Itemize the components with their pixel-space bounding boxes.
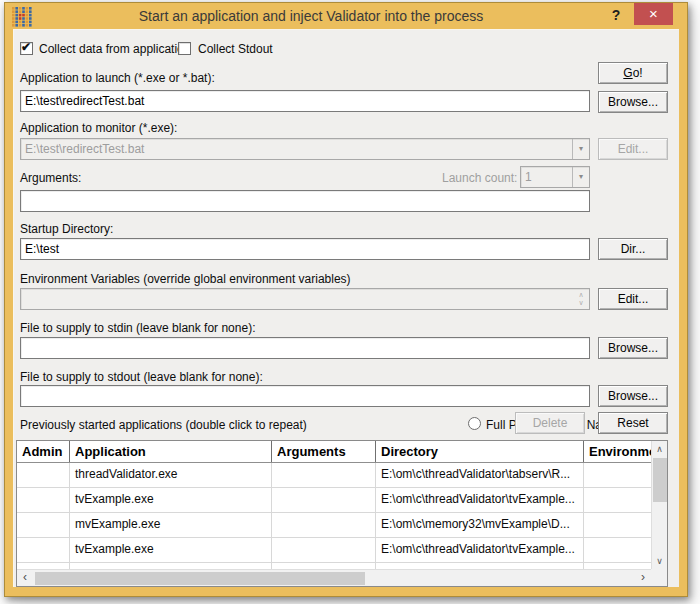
launch-label: Application to launch (*.exe or *.bat): [20, 71, 215, 85]
arguments-label: Arguments: [20, 171, 81, 185]
collect-stdout-label: Collect Stdout [198, 42, 273, 56]
cell-arguments [272, 488, 376, 512]
cell-directory: E:\om\c\memory32\mvExample\D... [376, 513, 584, 537]
browse-stdout-button[interactable]: Browse... [598, 385, 668, 407]
vertical-scrollbar[interactable]: ∧ ∨ [651, 441, 667, 569]
column-header-environment[interactable]: Environment [584, 441, 651, 462]
collect-data-label: Collect data from application [39, 42, 190, 56]
cell-application: tvExample.exe [70, 538, 272, 562]
history-label: Previously started applications (double … [20, 418, 307, 432]
cell-admin [17, 463, 70, 487]
cell-directory: E:\om\c\threadValidator\tabserv\R... [376, 463, 584, 487]
title-bar: Start an application and inject Validato… [5, 3, 687, 29]
collect-data-checkbox[interactable]: ✔ [20, 42, 33, 55]
monitor-label: Application to monitor (*.exe): [20, 121, 177, 135]
stdin-input[interactable] [20, 337, 590, 359]
launch-count-combobox[interactable]: 1 ▾ [520, 166, 590, 188]
scroll-right-icon[interactable]: › [635, 570, 651, 586]
dropdown-arrow-icon[interactable]: ▾ [572, 139, 589, 159]
stdin-label: File to supply to stdin (leave blank for… [20, 321, 255, 335]
close-button[interactable]: × [634, 3, 673, 25]
checkmark-icon: ✔ [21, 40, 31, 54]
table-row[interactable]: mvExample.exe E:\om\c\memory32\mvExample… [17, 513, 651, 538]
cell-environment [584, 488, 651, 512]
collect-stdout-checkbox[interactable]: ✔ [178, 42, 191, 55]
help-button[interactable]: ? [607, 7, 625, 25]
cell-application: mvExample.exe [70, 513, 272, 537]
env-vars-label: Environment Variables (override global e… [20, 272, 351, 286]
column-header-application[interactable]: Application [70, 441, 272, 462]
startup-dir-input[interactable]: E:\test [20, 238, 590, 260]
go-button[interactable]: Go! [598, 62, 668, 84]
stdout-label: File to supply to stdout (leave blank fo… [20, 370, 263, 384]
delete-button[interactable]: Delete [515, 412, 585, 434]
column-header-admin[interactable]: Admin [17, 441, 70, 462]
table-row[interactable]: threadValidator.exe E:\om\c\threadValida… [17, 463, 651, 488]
cell-arguments [272, 538, 376, 562]
cell-arguments [272, 513, 376, 537]
reset-button[interactable]: Reset [598, 412, 668, 434]
horizontal-scrollbar[interactable]: ‹ › [17, 569, 651, 586]
cell-admin [17, 488, 70, 512]
edit-monitor-button[interactable]: Edit... [598, 138, 668, 160]
arguments-input[interactable] [20, 190, 590, 212]
scroll-left-icon[interactable]: ‹ [17, 570, 33, 586]
dialog-content: ✔ Collect data from application ✔ Collec… [13, 29, 679, 587]
scroll-spinner-icon: ∧ ∨ [575, 291, 587, 307]
stdout-input[interactable] [20, 385, 590, 407]
monitor-combobox[interactable]: E:\test\redirectTest.bat ▾ [20, 138, 590, 160]
scrollbar-corner [651, 569, 667, 586]
scroll-up-icon[interactable]: ∧ [652, 441, 667, 457]
cell-environment [584, 538, 651, 562]
table-header: Admin Application Arguments Directory En… [17, 441, 651, 463]
column-header-directory[interactable]: Directory [376, 441, 584, 462]
cell-admin [17, 513, 70, 537]
cell-environment [584, 513, 651, 537]
browse-stdin-button[interactable]: Browse... [598, 337, 668, 359]
dropdown-arrow-icon[interactable]: ▾ [572, 167, 589, 187]
cell-admin [17, 538, 70, 562]
validator-grid-icon [12, 7, 32, 27]
table-row[interactable]: tvExample.exe E:\om\c\threadValidator\tv… [17, 488, 651, 513]
env-vars-input[interactable]: ∧ ∨ [20, 288, 590, 310]
dir-button[interactable]: Dir... [598, 238, 668, 260]
spin-up-icon[interactable]: ∧ [575, 291, 587, 299]
edit-env-vars-button[interactable]: Edit... [598, 288, 668, 310]
cell-arguments [272, 463, 376, 487]
launch-count-label: Launch count: [442, 171, 517, 185]
horizontal-scrollbar-thumb[interactable] [35, 572, 365, 585]
monitor-value: E:\test\redirectTest.bat [25, 142, 144, 156]
launch-input[interactable]: E:\test\redirectTest.bat [20, 90, 590, 112]
history-table: Admin Application Arguments Directory En… [16, 440, 668, 587]
scroll-down-icon[interactable]: ∨ [652, 553, 667, 569]
cell-environment [584, 463, 651, 487]
full-path-radio[interactable] [468, 417, 481, 430]
cell-application: tvExample.exe [70, 488, 272, 512]
column-header-arguments[interactable]: Arguments [272, 441, 376, 462]
cell-directory: E:\om\c\threadValidator\tvExample... [376, 538, 584, 562]
vertical-scrollbar-thumb[interactable] [653, 458, 667, 502]
startup-dir-label: Startup Directory: [20, 222, 113, 236]
table-row[interactable]: tvExample.exe E:\om\c\threadValidator\tv… [17, 538, 651, 563]
window-title: Start an application and inject Validato… [45, 8, 577, 24]
cell-application: threadValidator.exe [70, 463, 272, 487]
cell-directory: E:\om\c\threadValidator\tvExample... [376, 488, 584, 512]
browse-launch-button[interactable]: Browse... [598, 91, 668, 113]
dialog-window: Start an application and inject Validato… [4, 2, 688, 597]
spin-down-icon[interactable]: ∨ [575, 299, 587, 307]
launch-count-value: 1 [525, 170, 532, 184]
